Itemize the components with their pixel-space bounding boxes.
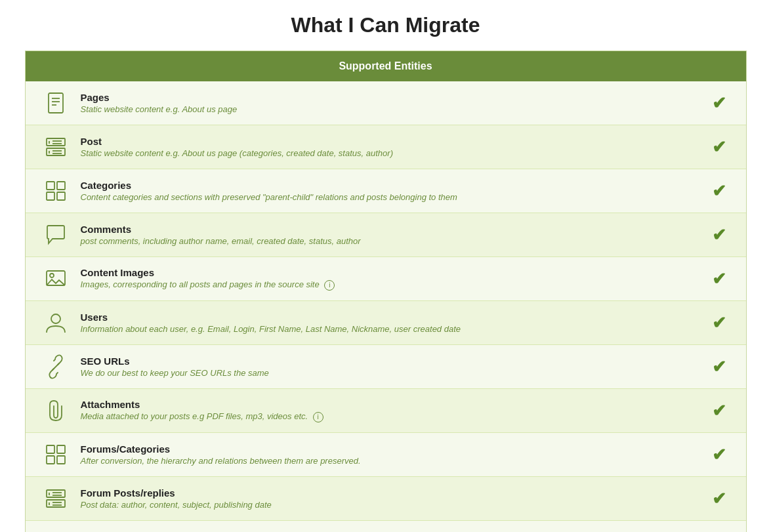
entity-list: Pages Static website content e.g. About … (26, 81, 746, 532)
check-area-forums-categories: ✔ (703, 445, 736, 465)
entity-desc-forums-categories: After conversion, the hierarchy and rela… (81, 456, 703, 466)
entity-desc-users: Information about each user, e.g. Email,… (81, 324, 703, 334)
svg-rect-14 (47, 192, 54, 200)
main-container: Supported Entities Pages Static website … (25, 51, 747, 532)
entity-text-pages: Pages Static website content e.g. About … (75, 92, 703, 114)
svg-line-19 (52, 363, 59, 370)
entity-text-forums-categories: Forums/Categories After conversion, the … (75, 443, 703, 466)
checkmark: ✔ (712, 137, 726, 157)
svg-rect-12 (47, 182, 54, 190)
entity-name-attachments: Attachments (81, 399, 703, 410)
check-area-comments: ✔ (703, 225, 736, 245)
list-icon (36, 486, 75, 511)
table-row: Attachments Media attached to your posts… (26, 389, 746, 433)
entity-desc-content-images: Images, corresponding to all posts and p… (81, 279, 703, 291)
entity-desc-post: Static website content e.g. About us pag… (81, 148, 703, 158)
entity-desc-categories: Content categories and sections with pre… (81, 192, 703, 202)
image-icon (36, 266, 75, 291)
check-area-categories: ✔ (703, 181, 736, 201)
entity-text-post: Post Static website content e.g. About u… (75, 136, 703, 158)
table-row: Pages Static website content e.g. About … (26, 81, 746, 125)
entity-name-forum-posts-replies: Forum Posts/replies (81, 487, 703, 499)
table-row: Forum Posts/replies Post data: author, c… (26, 477, 746, 521)
svg-rect-22 (47, 456, 54, 464)
svg-rect-21 (57, 445, 65, 453)
page-title: What I Can Migrate (13, 13, 758, 37)
entity-name-post: Post (81, 136, 703, 147)
document-icon (36, 91, 75, 115)
svg-rect-13 (57, 182, 65, 190)
grid-icon (36, 178, 75, 203)
svg-point-17 (50, 274, 54, 277)
svg-rect-20 (47, 445, 54, 453)
checkmark: ✔ (712, 357, 726, 377)
paperclip-icon (36, 398, 75, 423)
check-area-attachments: ✔ (703, 401, 736, 421)
entity-text-content-images: Content Images Images, corresponding to … (75, 267, 703, 291)
table-row: SEO URLs We do our best to keep your SEO… (26, 345, 746, 389)
entity-name-seo-urls: SEO URLs (81, 356, 703, 367)
svg-rect-15 (57, 192, 65, 200)
entity-text-seo-urls: SEO URLs We do our best to keep your SEO… (75, 356, 703, 378)
entity-desc-attachments: Media attached to your posts e.g PDF fil… (81, 411, 703, 422)
link-icon (36, 354, 75, 379)
table-row: Forum Topics /threads Title, content, au… (26, 521, 746, 532)
grid-icon (36, 442, 75, 467)
check-area-content-images: ✔ (703, 269, 736, 289)
info-icon[interactable]: i (324, 280, 335, 291)
checkmark: ✔ (712, 181, 726, 201)
check-area-forum-posts-replies: ✔ (703, 489, 736, 509)
entity-name-pages: Pages (81, 92, 703, 103)
table-row: Content Images Images, corresponding to … (26, 257, 746, 301)
entity-desc-seo-urls: We do our best to keep your SEO URLs the… (81, 368, 703, 378)
checkmark: ✔ (712, 269, 726, 289)
entity-desc-comments: post comments, including author name, em… (81, 236, 703, 246)
entity-name-content-images: Content Images (81, 267, 703, 278)
entity-name-comments: Comments (81, 224, 703, 235)
entity-name-categories: Categories (81, 180, 703, 191)
user-icon (36, 310, 75, 335)
entity-name-users: Users (81, 312, 703, 323)
table-row: Comments post comments, including author… (26, 213, 746, 257)
table-row: Forums/Categories After conversion, the … (26, 433, 746, 477)
list-icon (36, 134, 75, 159)
table-row: Users Information about each user, e.g. … (26, 301, 746, 345)
svg-rect-0 (49, 93, 63, 113)
checkmark: ✔ (712, 225, 726, 245)
checkmark: ✔ (712, 489, 726, 509)
checkmark: ✔ (712, 313, 726, 333)
entity-text-forum-posts-replies: Forum Posts/replies Post data: author, c… (75, 487, 703, 510)
entity-desc-forum-posts-replies: Post data: author, content, subject, pub… (81, 500, 703, 510)
svg-rect-23 (57, 456, 65, 464)
entity-desc-pages: Static website content e.g. About us pag… (81, 104, 703, 114)
svg-point-18 (51, 314, 60, 323)
entity-text-comments: Comments post comments, including author… (75, 224, 703, 246)
table-row: Post Static website content e.g. About u… (26, 125, 746, 169)
check-area-seo-urls: ✔ (703, 357, 736, 377)
entity-text-users: Users Information about each user, e.g. … (75, 312, 703, 334)
checkmark: ✔ (712, 93, 726, 113)
checkmark: ✔ (712, 401, 726, 421)
entity-text-attachments: Attachments Media attached to your posts… (75, 399, 703, 422)
entity-text-categories: Categories Content categories and sectio… (75, 180, 703, 202)
checkmark: ✔ (712, 445, 726, 465)
info-icon[interactable]: i (313, 412, 323, 422)
check-area-users: ✔ (703, 313, 736, 333)
comment-icon (36, 222, 75, 247)
table-row: Categories Content categories and sectio… (26, 169, 746, 213)
entity-name-forums-categories: Forums/Categories (81, 443, 703, 455)
table-header: Supported Entities (26, 51, 746, 81)
check-area-pages: ✔ (703, 93, 736, 113)
check-area-post: ✔ (703, 137, 736, 157)
